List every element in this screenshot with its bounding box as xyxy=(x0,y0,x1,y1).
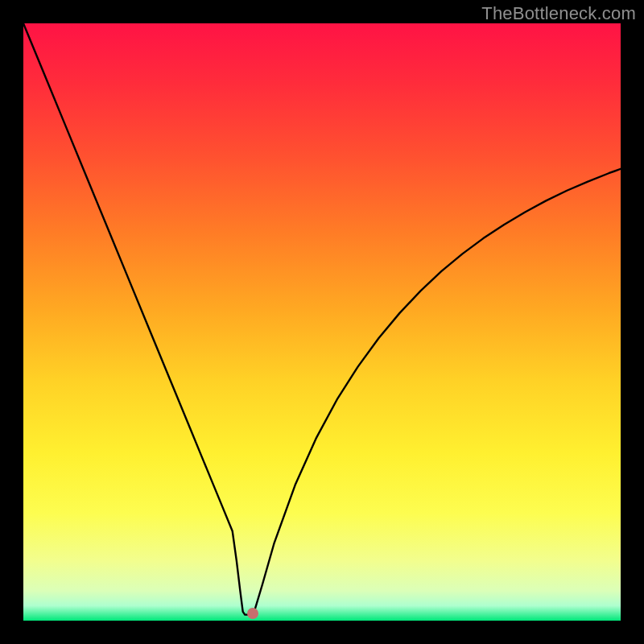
bottleneck-curve xyxy=(23,23,621,621)
optimum-marker xyxy=(247,608,258,619)
plot-area xyxy=(23,23,621,621)
chart-frame: TheBottleneck.com xyxy=(0,0,644,644)
watermark-text: TheBottleneck.com xyxy=(481,3,636,24)
